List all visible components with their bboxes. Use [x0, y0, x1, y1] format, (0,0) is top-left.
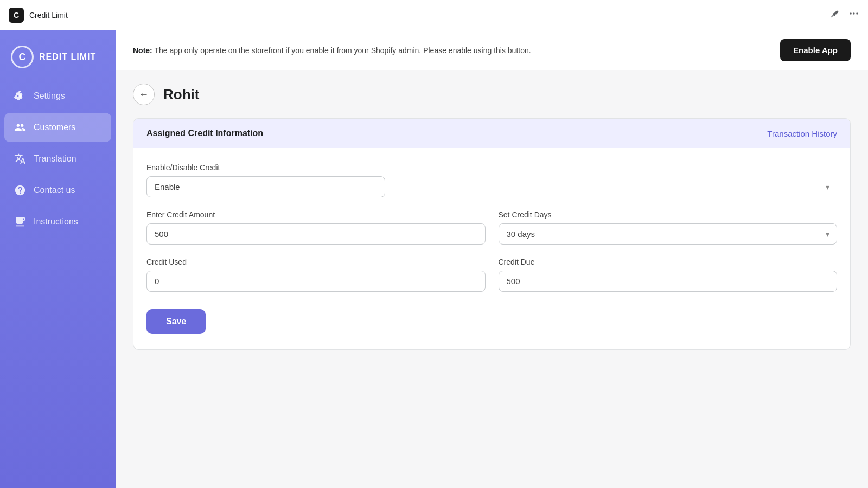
note-bar: Note: The app only operate on the storef…: [116, 30, 868, 70]
sidebar-logo-circle-letter: C: [19, 52, 26, 63]
credit-days-select[interactable]: 7 days 14 days 30 days 60 days 90 days: [499, 223, 838, 245]
credit-amount-label: Enter Credit Amount: [146, 210, 486, 219]
enable-disable-group: Enable/Disable Credit Enable Disable: [146, 163, 837, 197]
sidebar-item-customers[interactable]: Customers: [4, 113, 111, 142]
topbar-actions: [830, 8, 859, 22]
topbar-logo-letter: C: [14, 11, 19, 20]
sidebar-item-instructions[interactable]: Instructions: [4, 207, 111, 236]
credit-info-card: Assigned Credit Information Transaction …: [133, 118, 851, 350]
enable-app-button[interactable]: Enable App: [780, 39, 851, 61]
content-area: Note: The app only operate on the storef…: [116, 30, 868, 488]
credit-used-due-row: Credit Used Credit Due: [146, 258, 837, 305]
save-button[interactable]: Save: [146, 309, 206, 334]
enable-disable-select-wrapper: Enable Disable: [146, 176, 837, 197]
sidebar-logo-text-label: REDIT LIMIT: [39, 52, 96, 61]
note-text: Note: The app only operate on the storef…: [133, 46, 774, 55]
credit-amount-group: Enter Credit Amount: [146, 210, 486, 245]
enable-disable-label: Enable/Disable Credit: [146, 163, 837, 172]
credit-due-input[interactable]: [499, 271, 838, 292]
credit-days-select-wrapper: 7 days 14 days 30 days 60 days 90 days: [499, 223, 838, 245]
topbar: C Credit Limit: [0, 0, 868, 30]
note-label: Note:: [133, 46, 152, 55]
svg-point-3: [856, 12, 858, 14]
credit-used-label: Credit Used: [146, 258, 486, 266]
sidebar-translation-label: Translation: [34, 154, 76, 164]
sidebar-item-settings[interactable]: Settings: [4, 81, 111, 111]
page-header: ← Rohit: [133, 84, 851, 105]
sidebar-contact-label: Contact us: [34, 185, 75, 195]
back-button[interactable]: ←: [133, 84, 155, 105]
sidebar-logo-text: REDIT LIMIT: [39, 52, 96, 62]
credit-amount-input[interactable]: [146, 223, 486, 245]
transaction-history-link[interactable]: Transaction History: [767, 129, 837, 138]
back-arrow-icon: ←: [139, 89, 149, 100]
sidebar-instructions-label: Instructions: [34, 217, 78, 227]
translation-icon: [13, 152, 27, 166]
credit-due-label: Credit Due: [499, 258, 838, 266]
card-body: Enable/Disable Credit Enable Disable Ent…: [133, 148, 850, 349]
sidebar-logo-circle: C: [11, 46, 34, 68]
credit-used-group: Credit Used: [146, 258, 486, 292]
note-body: The app only operate on the storefront i…: [154, 46, 531, 55]
card-section-title: Assigned Credit Information: [146, 129, 263, 138]
svg-point-1: [850, 12, 852, 14]
sidebar-item-contact[interactable]: Contact us: [4, 176, 111, 205]
topbar-logo: C: [9, 8, 24, 23]
credit-days-group: Set Credit Days 7 days 14 days 30 days 6…: [499, 210, 838, 245]
credit-due-group: Credit Due: [499, 258, 838, 292]
sidebar-customers-label: Customers: [34, 123, 75, 132]
sidebar-logo-area: C REDIT LIMIT: [0, 30, 116, 81]
page-title: Rohit: [163, 86, 199, 103]
pin-icon[interactable]: [830, 9, 840, 21]
page-content: ← Rohit Assigned Credit Information Tran…: [116, 70, 868, 488]
sidebar: C REDIT LIMIT Settings Customers: [0, 30, 116, 488]
credit-days-label: Set Credit Days: [499, 210, 838, 219]
more-options-icon[interactable]: [848, 8, 859, 22]
contact-icon: [13, 183, 27, 197]
card-header: Assigned Credit Information Transaction …: [133, 119, 850, 148]
credit-amount-days-row: Enter Credit Amount Set Credit Days 7 da…: [146, 210, 837, 258]
topbar-title: Credit Limit: [29, 11, 68, 20]
customers-icon: [13, 120, 27, 134]
svg-line-0: [831, 15, 834, 17]
svg-point-2: [853, 12, 854, 14]
credit-used-input[interactable]: [146, 271, 486, 292]
gear-icon: [13, 89, 27, 103]
enable-disable-select[interactable]: Enable Disable: [146, 176, 385, 197]
sidebar-nav: Settings Customers Translation: [0, 81, 116, 236]
sidebar-item-translation[interactable]: Translation: [4, 144, 111, 174]
instructions-icon: [13, 215, 27, 229]
sidebar-settings-label: Settings: [34, 91, 65, 101]
main-layout: C REDIT LIMIT Settings Customers: [0, 30, 868, 488]
